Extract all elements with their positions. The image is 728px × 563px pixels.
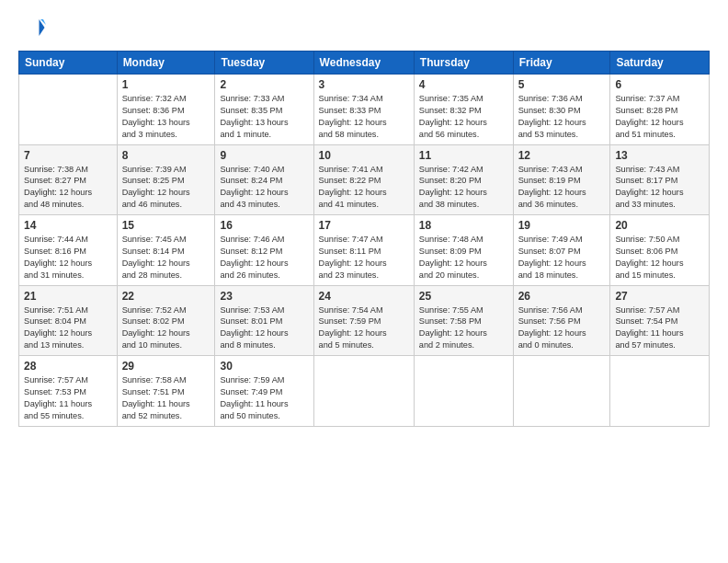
day-info: Sunrise: 7:44 AM Sunset: 8:16 PM Dayligh… [24, 234, 112, 282]
day-number: 23 [220, 290, 308, 303]
day-number: 5 [518, 78, 606, 91]
page: SundayMondayTuesdayWednesdayThursdayFrid… [0, 0, 728, 563]
calendar-cell: 15Sunrise: 7:45 AM Sunset: 8:14 PM Dayli… [117, 215, 215, 286]
calendar-cell: 26Sunrise: 7:56 AM Sunset: 7:56 PM Dayli… [513, 285, 610, 356]
day-number: 14 [24, 219, 112, 232]
day-info: Sunrise: 7:58 AM Sunset: 7:51 PM Dayligh… [122, 374, 210, 422]
calendar-cell: 3Sunrise: 7:34 AM Sunset: 8:33 PM Daylig… [313, 75, 414, 145]
calendar-cell: 16Sunrise: 7:46 AM Sunset: 8:12 PM Dayli… [215, 215, 313, 286]
calendar-cell: 9Sunrise: 7:40 AM Sunset: 8:24 PM Daylig… [215, 144, 313, 215]
day-number: 24 [319, 290, 409, 303]
day-info: Sunrise: 7:49 AM Sunset: 8:07 PM Dayligh… [518, 234, 606, 282]
day-info: Sunrise: 7:46 AM Sunset: 8:12 PM Dayligh… [220, 234, 308, 282]
calendar-cell: 7Sunrise: 7:38 AM Sunset: 8:27 PM Daylig… [19, 144, 118, 215]
day-info: Sunrise: 7:33 AM Sunset: 8:35 PM Dayligh… [220, 93, 308, 141]
weekday-header-thursday: Thursday [414, 52, 513, 75]
calendar-cell: 10Sunrise: 7:41 AM Sunset: 8:22 PM Dayli… [313, 144, 414, 215]
day-number: 17 [319, 219, 409, 232]
day-info: Sunrise: 7:43 AM Sunset: 8:17 PM Dayligh… [615, 164, 704, 212]
day-number: 18 [419, 219, 508, 232]
calendar-table: SundayMondayTuesdayWednesdayThursdayFrid… [18, 51, 710, 427]
day-info: Sunrise: 7:56 AM Sunset: 7:56 PM Dayligh… [518, 304, 606, 352]
weekday-header-wednesday: Wednesday [313, 52, 414, 75]
calendar-cell: 23Sunrise: 7:53 AM Sunset: 8:01 PM Dayli… [215, 285, 313, 356]
weekday-header-saturday: Saturday [610, 52, 710, 75]
day-number: 12 [518, 149, 606, 162]
calendar-cell: 30Sunrise: 7:59 AM Sunset: 7:49 PM Dayli… [215, 356, 313, 427]
logo-icon [18, 14, 46, 41]
calendar-cell [610, 356, 710, 427]
calendar-week-1: 1Sunrise: 7:32 AM Sunset: 8:36 PM Daylig… [19, 75, 710, 145]
day-info: Sunrise: 7:32 AM Sunset: 8:36 PM Dayligh… [122, 93, 210, 141]
day-number: 8 [122, 149, 210, 162]
day-info: Sunrise: 7:45 AM Sunset: 8:14 PM Dayligh… [122, 234, 210, 282]
day-number: 2 [220, 78, 308, 91]
day-number: 20 [615, 219, 704, 232]
day-info: Sunrise: 7:50 AM Sunset: 8:06 PM Dayligh… [615, 234, 704, 282]
day-number: 9 [220, 149, 308, 162]
day-info: Sunrise: 7:59 AM Sunset: 7:49 PM Dayligh… [220, 374, 308, 422]
day-info: Sunrise: 7:34 AM Sunset: 8:33 PM Dayligh… [319, 93, 409, 141]
calendar-week-2: 7Sunrise: 7:38 AM Sunset: 8:27 PM Daylig… [19, 144, 710, 215]
day-info: Sunrise: 7:52 AM Sunset: 8:02 PM Dayligh… [122, 304, 210, 352]
calendar-cell: 2Sunrise: 7:33 AM Sunset: 8:35 PM Daylig… [215, 75, 313, 145]
day-info: Sunrise: 7:43 AM Sunset: 8:19 PM Dayligh… [518, 164, 606, 212]
day-number: 19 [518, 219, 606, 232]
day-number: 4 [419, 78, 508, 91]
weekday-header-tuesday: Tuesday [215, 52, 313, 75]
calendar-cell: 6Sunrise: 7:37 AM Sunset: 8:28 PM Daylig… [610, 75, 710, 145]
day-number: 7 [24, 149, 112, 162]
day-info: Sunrise: 7:55 AM Sunset: 7:58 PM Dayligh… [419, 304, 508, 352]
day-info: Sunrise: 7:40 AM Sunset: 8:24 PM Dayligh… [220, 164, 308, 212]
day-number: 15 [122, 219, 210, 232]
calendar-cell: 24Sunrise: 7:54 AM Sunset: 7:59 PM Dayli… [313, 285, 414, 356]
weekday-header-sunday: Sunday [19, 52, 118, 75]
day-number: 13 [615, 149, 704, 162]
day-info: Sunrise: 7:53 AM Sunset: 8:01 PM Dayligh… [220, 304, 308, 352]
calendar-cell: 29Sunrise: 7:58 AM Sunset: 7:51 PM Dayli… [117, 356, 215, 427]
day-info: Sunrise: 7:36 AM Sunset: 8:30 PM Dayligh… [518, 93, 606, 141]
calendar-week-5: 28Sunrise: 7:57 AM Sunset: 7:53 PM Dayli… [19, 356, 710, 427]
day-number: 11 [419, 149, 508, 162]
calendar-cell: 14Sunrise: 7:44 AM Sunset: 8:16 PM Dayli… [19, 215, 118, 286]
calendar-cell: 4Sunrise: 7:35 AM Sunset: 8:32 PM Daylig… [414, 75, 513, 145]
day-number: 1 [122, 78, 210, 91]
day-number: 29 [122, 360, 210, 373]
calendar-cell [19, 75, 118, 145]
calendar-cell: 19Sunrise: 7:49 AM Sunset: 8:07 PM Dayli… [513, 215, 610, 286]
day-number: 22 [122, 290, 210, 303]
calendar-cell: 20Sunrise: 7:50 AM Sunset: 8:06 PM Dayli… [610, 215, 710, 286]
day-number: 25 [419, 290, 508, 303]
calendar-cell: 21Sunrise: 7:51 AM Sunset: 8:04 PM Dayli… [19, 285, 118, 356]
day-info: Sunrise: 7:38 AM Sunset: 8:27 PM Dayligh… [24, 164, 112, 212]
calendar-cell: 5Sunrise: 7:36 AM Sunset: 8:30 PM Daylig… [513, 75, 610, 145]
day-number: 30 [220, 360, 308, 373]
weekday-header-friday: Friday [513, 52, 610, 75]
calendar-cell: 28Sunrise: 7:57 AM Sunset: 7:53 PM Dayli… [19, 356, 118, 427]
day-number: 28 [24, 360, 112, 373]
calendar-week-3: 14Sunrise: 7:44 AM Sunset: 8:16 PM Dayli… [19, 215, 710, 286]
day-info: Sunrise: 7:51 AM Sunset: 8:04 PM Dayligh… [24, 304, 112, 352]
header [18, 14, 710, 41]
day-number: 21 [24, 290, 112, 303]
day-number: 26 [518, 290, 606, 303]
day-info: Sunrise: 7:47 AM Sunset: 8:11 PM Dayligh… [319, 234, 409, 282]
logo [18, 14, 50, 41]
day-number: 3 [319, 78, 409, 91]
day-number: 6 [615, 78, 704, 91]
day-info: Sunrise: 7:41 AM Sunset: 8:22 PM Dayligh… [319, 164, 409, 212]
calendar-cell: 18Sunrise: 7:48 AM Sunset: 8:09 PM Dayli… [414, 215, 513, 286]
calendar-cell: 8Sunrise: 7:39 AM Sunset: 8:25 PM Daylig… [117, 144, 215, 215]
calendar-cell: 12Sunrise: 7:43 AM Sunset: 8:19 PM Dayli… [513, 144, 610, 215]
day-info: Sunrise: 7:57 AM Sunset: 7:53 PM Dayligh… [24, 374, 112, 422]
calendar-cell [513, 356, 610, 427]
calendar-cell: 27Sunrise: 7:57 AM Sunset: 7:54 PM Dayli… [610, 285, 710, 356]
weekday-header-row: SundayMondayTuesdayWednesdayThursdayFrid… [19, 52, 710, 75]
calendar-cell: 13Sunrise: 7:43 AM Sunset: 8:17 PM Dayli… [610, 144, 710, 215]
day-number: 10 [319, 149, 409, 162]
calendar-cell: 1Sunrise: 7:32 AM Sunset: 8:36 PM Daylig… [117, 75, 215, 145]
calendar-week-4: 21Sunrise: 7:51 AM Sunset: 8:04 PM Dayli… [19, 285, 710, 356]
day-info: Sunrise: 7:42 AM Sunset: 8:20 PM Dayligh… [419, 164, 508, 212]
calendar-cell: 22Sunrise: 7:52 AM Sunset: 8:02 PM Dayli… [117, 285, 215, 356]
day-number: 16 [220, 219, 308, 232]
